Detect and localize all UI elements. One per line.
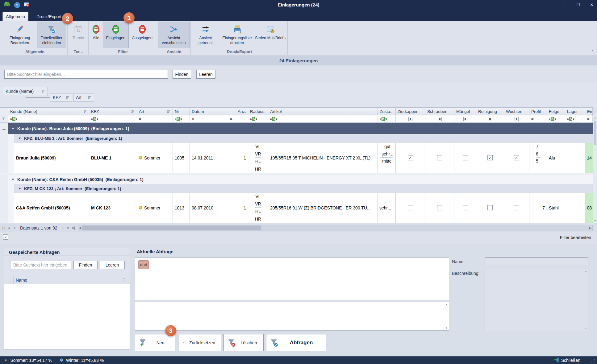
column-header-schrauben[interactable]: Schrauben (425, 108, 454, 115)
column-header-maengel[interactable]: Mängel (454, 108, 476, 115)
einlagerungsliste-drucken-button[interactable]: Einlagerungsliste drucken (220, 22, 254, 48)
filter-cell-art[interactable]: = (137, 115, 173, 122)
abfragen-button[interactable]: Abfragen (266, 334, 326, 351)
scroll-up-icon[interactable]: ▲ (593, 116, 597, 119)
column-header-profil[interactable]: Profil (529, 108, 547, 115)
filter-ausgelagert-button[interactable]: Ausgelagert (129, 22, 156, 48)
filter-cell-reinigung[interactable] (476, 115, 504, 122)
minimize-button[interactable]: ─ (562, 2, 567, 7)
first-record-button[interactable]: |« (1, 226, 6, 230)
close-button[interactable]: ✕ (589, 2, 595, 7)
filter-bearbeiten-link[interactable]: Filter bearbeiten (560, 235, 591, 240)
query-builder-area[interactable]: und (135, 257, 449, 300)
query-name-input[interactable] (485, 257, 588, 265)
column-header-reinigung[interactable]: Reinigung (476, 108, 504, 115)
cell-maengel[interactable] (454, 193, 476, 223)
filter-eingelagert-button[interactable]: Eingelagert (103, 22, 129, 48)
table-row[interactable]: C&A Reifen GmbH (50035) M CK 123 Sommer … (0, 193, 593, 223)
prev-page-button[interactable]: « (6, 226, 12, 230)
search-input[interactable] (4, 70, 168, 79)
collapse-icon[interactable] (19, 188, 21, 189)
einlagerung-bearbeiten-button[interactable]: Einlagerung Bearbeiten (2, 22, 37, 48)
column-header-artikel[interactable]: Artikel (268, 108, 378, 115)
cell-zierkappen[interactable] (396, 143, 425, 173)
column-header-zustand[interactable]: Zusta... (378, 108, 396, 115)
column-header-wuchten[interactable]: Wuchten (504, 108, 529, 115)
resize-grip[interactable] (591, 359, 595, 364)
group-chip-art[interactable]: Art (73, 93, 94, 102)
beschreibung-textarea[interactable]: ▲ ▼ (485, 269, 588, 331)
cell-zierkappen[interactable] (396, 193, 425, 223)
leeren-button[interactable]: Leeren (196, 70, 215, 79)
last-record-button[interactable]: »| (71, 226, 76, 230)
next-page-button[interactable]: » (66, 226, 71, 230)
cell-wuchten[interactable] (504, 193, 529, 223)
filter-cell-schrauben[interactable] (425, 115, 454, 122)
name-column-header[interactable]: Name (4, 276, 130, 284)
prev-record-button[interactable]: ‹ (12, 226, 17, 230)
filter-cell-radpos[interactable]: aBc (248, 115, 268, 122)
filter-cell-profil[interactable]: = (529, 115, 547, 122)
tab-druck-export[interactable]: Druck/Export (33, 12, 65, 21)
filter-cell-felge[interactable]: aBc (547, 115, 565, 122)
cell-reinigung[interactable] (476, 193, 504, 223)
schliessen-button[interactable]: Schließen (561, 358, 580, 363)
maximize-button[interactable]: ☐ (575, 2, 581, 7)
neu-button[interactable]: Neu (135, 334, 175, 351)
ansicht-getrennt-button[interactable]: Ansicht getrennt (191, 22, 220, 48)
scrollbar-thumb[interactable] (594, 121, 596, 145)
cell-maengel[interactable] (454, 143, 476, 173)
column-header-kfz[interactable]: KFZ (89, 108, 137, 115)
filter-cell-maengel[interactable] (454, 115, 476, 122)
scroll-up-icon[interactable]: ▲ (445, 303, 448, 306)
filter-cell-kfz[interactable]: aBc (89, 115, 137, 122)
saved-query-search-input[interactable] (11, 261, 71, 269)
finden-button[interactable]: Finden (173, 70, 191, 79)
filter-active-checkbox[interactable] (3, 234, 8, 240)
tab-allgemein[interactable]: Allgemein (2, 12, 28, 21)
collapse-icon[interactable] (12, 179, 14, 180)
scroll-right-icon[interactable]: ▶ (588, 225, 592, 231)
column-header-lager[interactable]: Lager (565, 108, 585, 115)
collapse-icon[interactable] (12, 128, 14, 129)
table-row[interactable]: Braun Julia (50009) BLU-ME 1 Sommer 1005… (0, 143, 593, 173)
column-header-art[interactable]: Art (137, 108, 173, 115)
query-preview-area[interactable]: ▲ ▼ (135, 302, 449, 331)
group-row-ca-reifen[interactable]: Kunde (Name): C&A Reifen GmbH (50035) (E… (0, 175, 593, 184)
collapse-icon[interactable] (19, 138, 21, 139)
filter-cell-kunde[interactable]: aBc (8, 115, 89, 122)
support-icon[interactable] (24, 2, 30, 8)
filter-cell-datum[interactable]: < (190, 115, 228, 122)
column-header-anz[interactable]: Anz. (228, 108, 248, 115)
scroll-down-icon[interactable]: ▼ (593, 219, 597, 222)
column-header-zierkappen[interactable]: Zierkappen (396, 108, 425, 115)
scroll-down-icon[interactable]: ▼ (585, 327, 587, 330)
zuruecksetzen-button[interactable]: Zurücksetzen (179, 334, 221, 351)
column-header-radpos[interactable]: Radpos (248, 108, 268, 115)
operator-chip[interactable]: und (138, 260, 149, 269)
scrollbar-thumb[interactable] (82, 225, 261, 230)
next-record-button[interactable]: › (61, 226, 66, 230)
serien-mail-brief-button[interactable]: @ Serien Mail/Brief ▾ (254, 22, 286, 48)
horizontal-scrollbar[interactable]: ◀ ▶ (78, 225, 593, 231)
cell-schrauben[interactable] (425, 143, 454, 173)
help-icon[interactable]: ? (14, 2, 20, 8)
column-header-kunde[interactable]: Kunde (Name) (8, 108, 89, 115)
termin-button[interactable]: 31 Termin (69, 22, 88, 48)
group-row-braun-julia[interactable]: → Kunde (Name): Braun Julia (50009) (Ein… (0, 123, 593, 134)
filter-cell-anz[interactable]: = (228, 115, 248, 122)
scroll-up-icon[interactable]: ▲ (585, 270, 587, 273)
cell-wuchten[interactable] (504, 143, 529, 173)
filter-alle-button[interactable]: Alle (89, 22, 103, 48)
loeschen-button[interactable]: Löschen (223, 334, 264, 351)
scroll-left-icon[interactable]: ◀ (78, 225, 82, 231)
saved-leeren-button[interactable]: Leeren (100, 261, 125, 269)
cell-schrauben[interactable] (425, 193, 454, 223)
group-chip-kunde[interactable]: Kunde (Name) (3, 87, 48, 96)
filter-cell-einge[interactable]: = (585, 115, 593, 122)
column-header-nr[interactable]: Nr (173, 108, 190, 115)
filter-cell-zierkappen[interactable] (396, 115, 425, 122)
ansicht-verschmelzen-button[interactable]: Ansicht verschmelzen (158, 22, 190, 48)
saved-finden-button[interactable]: Finden (73, 261, 98, 269)
subgroup-row-blu-me-1[interactable]: KFZ: BLU-ME 1 ; Art: Sommer (Einlagerung… (0, 134, 593, 143)
